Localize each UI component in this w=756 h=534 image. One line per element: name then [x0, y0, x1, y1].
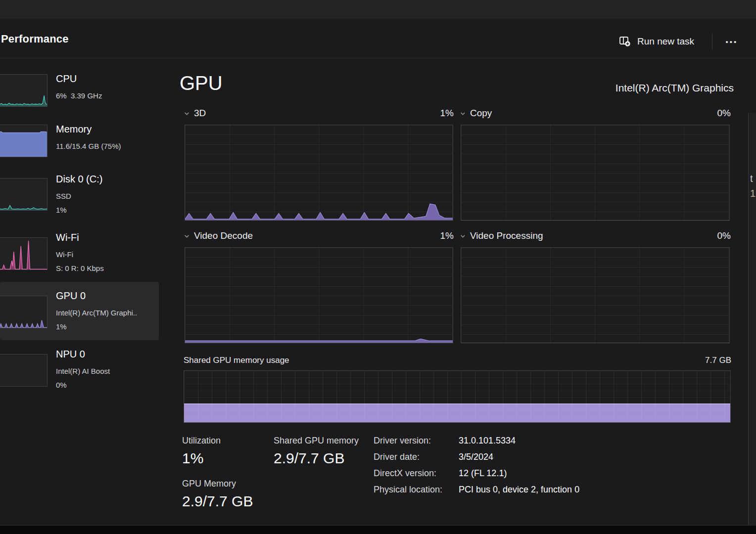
sidebar-item-gpu[interactable]: GPU 0 Intel(R) Arc(TM) Graphi.. 1% [0, 289, 159, 337]
run-new-task-icon [618, 35, 631, 48]
run-new-task-button[interactable]: Run new task [618, 32, 694, 51]
chevron-down-icon[interactable] [460, 110, 466, 117]
page-title: Performance [1, 33, 69, 45]
run-new-task-label: Run new task [637, 36, 694, 47]
chart-3d [185, 125, 453, 221]
memory-mini-chart [0, 125, 47, 157]
cpu-mini-chart [0, 74, 47, 107]
chart-value: 1% [440, 230, 454, 241]
chart-header-video-decode: Video Decode 1% [184, 229, 454, 242]
sidebar-item-title: CPU [56, 72, 157, 85]
physical-location-label: Physical location: [374, 485, 442, 495]
chart-header-copy: Copy 0% [460, 107, 731, 120]
sidebar-item-detail: SSD [56, 189, 157, 203]
chart-value: 0% [717, 108, 731, 119]
sidebar-item-title: GPU 0 [56, 289, 157, 302]
more-options-button[interactable]: ••• [721, 35, 742, 48]
header-divider [712, 34, 712, 49]
chevron-down-icon[interactable] [184, 233, 190, 239]
window-bottom-strip [0, 525, 756, 534]
driver-date-value: 3/5/2024 [459, 452, 493, 462]
shared-memory-max: 7.7 GB [705, 356, 731, 365]
gpu-memory-value: 2.9/7.7 GB [182, 493, 253, 510]
driver-version-value: 31.0.101.5334 [459, 436, 516, 446]
shared-memory-chart [184, 370, 731, 423]
sidebar-item-detail: Wi-Fi [56, 248, 157, 262]
sidebar-item-detail: 11.6/15.4 GB (75%) [56, 139, 157, 153]
sidebar-item-detail: 1% [56, 203, 157, 217]
sidebar-item-detail: 0% [56, 378, 157, 392]
sidebar-item-detail: 6% 3.39 GHz [56, 89, 157, 103]
chart-label: Video Decode [194, 230, 253, 241]
chart-copy [461, 125, 730, 221]
chart-video-processing [461, 247, 730, 343]
gpu-mini-chart [0, 296, 47, 328]
sidebar-item-detail: 1% [56, 320, 157, 334]
sidebar-item-detail: Intel(R) Arc(TM) Graphi.. [56, 306, 157, 320]
disk-mini-chart [0, 178, 47, 211]
chart-label: 3D [194, 108, 206, 119]
right-edge-divider [748, 113, 749, 525]
gpu-page-title: GPU [180, 72, 223, 94]
wifi-mini-chart [0, 237, 47, 270]
chevron-down-icon[interactable] [184, 110, 190, 117]
physical-location-value: PCI bus 0, device 2, function 0 [459, 485, 579, 495]
chart-value: 1% [440, 108, 454, 119]
task-manager-window: Performance Run new task ••• CPU 6% 3.39… [0, 0, 756, 534]
utilization-value: 1% [182, 450, 203, 467]
edge-text-fragment: t [750, 173, 753, 184]
sidebar-item-memory[interactable]: Memory 11.6/15.4 GB (75%) [0, 123, 159, 164]
edge-text-fragment: 1 [750, 188, 756, 199]
shared-memory-fill-bar [184, 403, 730, 422]
sidebar-item-wifi[interactable]: Wi-Fi Wi-Fi S: 0 R: 0 Kbps [0, 231, 159, 278]
chevron-down-icon[interactable] [460, 233, 466, 239]
sidebar-item-detail: S: 0 R: 0 Kbps [56, 262, 157, 275]
sidebar-item-detail: Intel(R) AI Boost [56, 364, 157, 378]
header-separator [0, 58, 756, 58]
gpu-device-name: Intel(R) Arc(TM) Graphics [615, 82, 734, 94]
npu-mini-chart [0, 354, 47, 387]
sidebar-item-cpu[interactable]: CPU 6% 3.39 GHz [0, 72, 159, 114]
sidebar-item-title: Memory [56, 123, 157, 135]
chart-value: 0% [717, 230, 731, 241]
chart-header-video-processing: Video Processing 0% [460, 229, 731, 242]
shared-memory-chart-label: Shared GPU memory usage [184, 356, 289, 365]
sidebar-item-title: NPU 0 [56, 348, 157, 360]
chart-video-decode [185, 247, 453, 343]
gpu-memory-label: GPU Memory [182, 479, 236, 489]
chart-header-3d: 3D 1% [184, 107, 454, 120]
shared-gpu-memory-label: Shared GPU memory [274, 436, 359, 446]
chart-label: Video Processing [470, 230, 543, 241]
chart-label: Copy [470, 108, 492, 119]
driver-date-label: Driver date: [374, 452, 420, 462]
sidebar-item-title: Disk 0 (C:) [56, 173, 157, 185]
directx-version-label: DirectX version: [374, 468, 436, 479]
sidebar-item-npu[interactable]: NPU 0 Intel(R) AI Boost 0% [0, 348, 159, 395]
directx-version-value: 12 (FL 12.1) [459, 468, 507, 479]
window-titlebar [0, 0, 756, 19]
utilization-label: Utilization [182, 436, 221, 446]
sidebar-item-disk[interactable]: Disk 0 (C:) SSD 1% [0, 173, 159, 220]
shared-gpu-memory-value: 2.9/7.7 GB [274, 450, 344, 467]
driver-version-label: Driver version: [374, 436, 431, 446]
sidebar-item-title: Wi-Fi [56, 231, 157, 244]
